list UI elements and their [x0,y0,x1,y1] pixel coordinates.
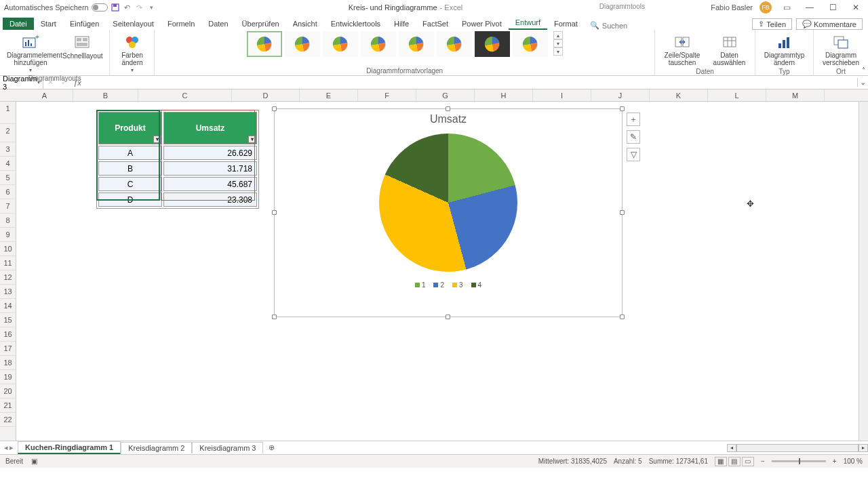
column-header[interactable]: C [138,89,232,101]
row-header[interactable]: 6 [0,185,16,199]
table-row[interactable]: A26.629 [98,146,257,160]
tab-überprüfen[interactable]: Überprüfen [235,18,286,30]
resize-handle[interactable] [620,314,625,319]
row-header[interactable]: 12 [0,270,16,285]
column-header[interactable]: H [475,89,533,101]
resize-handle[interactable] [272,106,277,111]
change-colors-button[interactable]: Farben ändern ▾ [114,31,150,75]
move-chart-button[interactable]: Diagramm verschieben [818,31,864,68]
table-row[interactable]: D23.308 [98,192,257,207]
column-header[interactable]: M [766,89,825,101]
column-header[interactable]: I [533,89,591,101]
pie-chart[interactable] [379,134,517,272]
redo-icon[interactable]: ↷ [135,3,144,12]
column-header[interactable]: E [300,89,358,101]
tab-file[interactable]: Datei [3,18,34,30]
filter-icon[interactable]: ▾ [248,136,256,143]
autosave-toggle[interactable] [92,3,108,12]
row-header[interactable]: 13 [0,285,16,299]
minimize-icon[interactable]: — [802,1,818,14]
column-header[interactable]: D [232,89,300,101]
row-header[interactable]: 5 [0,171,16,185]
tab-entwicklertools[interactable]: Entwicklertools [324,18,387,30]
switch-row-column-button[interactable]: Zeile/Spalte tauschen [659,31,705,68]
expand-formula-bar-icon[interactable]: ⌄ [857,78,868,87]
filter-icon[interactable]: ▾ [153,136,161,143]
tell-me-search[interactable]: 🔍 Suchen [590,21,627,30]
chart-style-thumb[interactable] [323,31,358,57]
maximize-icon[interactable]: ☐ [825,1,841,14]
tab-formeln[interactable]: Formeln [161,18,201,30]
avatar[interactable]: FB [760,1,772,14]
zoom-out-icon[interactable]: − [761,458,765,465]
sheet-tab[interactable]: Kreisdiagramm 2 [121,442,192,453]
row-header[interactable]: 19 [0,370,16,384]
sheet-tab-active[interactable]: Kuchen-Ringdiagramm 1 [18,441,121,454]
column-header[interactable]: F [358,89,416,101]
chart-style-thumb[interactable] [475,31,510,57]
legend-item[interactable]: 1 [415,281,426,289]
row-header[interactable]: 15 [0,313,16,327]
legend-item[interactable]: 4 [471,281,482,289]
pie-plot-area[interactable] [379,134,517,272]
zoom-slider[interactable] [772,460,826,462]
resize-handle[interactable] [446,106,450,111]
view-page-break-icon[interactable]: ▭ [742,457,754,466]
chart-style-thumb[interactable] [437,31,472,57]
collapse-ribbon-icon[interactable]: ˄ [862,66,865,74]
tab-start[interactable]: Start [34,18,63,30]
gallery-scroll-btn[interactable]: ▾ [553,47,563,56]
view-normal-icon[interactable]: ▦ [715,457,727,466]
row-header[interactable]: 21 [0,399,16,413]
row-header[interactable]: 18 [0,356,16,370]
record-macro-icon[interactable]: ▣ [31,458,37,465]
chart-style-thumb[interactable] [513,31,548,57]
gallery-scroll-btn[interactable]: ▴ [553,31,563,39]
tab-power pivot[interactable]: Power Pivot [455,18,509,30]
resize-handle[interactable] [446,314,450,319]
row-header[interactable]: 2 [0,124,16,142]
resize-handle[interactable] [272,210,277,215]
sheet-nav-next-icon[interactable]: ▸ [9,443,14,452]
chart-title[interactable]: Umsatz [275,109,622,125]
add-chart-element-button[interactable]: + Diagrammelement hinzufügen ▾ [4,31,57,75]
tab-daten[interactable]: Daten [201,18,235,30]
comments-button[interactable]: 💬Kommentare [796,18,863,30]
tab-einfügen[interactable]: Einfügen [63,18,106,30]
column-header[interactable]: J [591,89,650,101]
chart-legend[interactable]: 1234 [275,281,622,289]
share-button[interactable]: ⇪Teilen [752,18,792,30]
resize-handle[interactable] [620,106,625,111]
gallery-scroll-btn[interactable]: ▾ [553,39,563,47]
column-header[interactable]: B [73,89,138,101]
row-header[interactable]: 20 [0,384,16,399]
row-header[interactable]: 11 [0,256,16,270]
chart-object[interactable]: Umsatz 1234 [274,108,623,317]
zoom-in-icon[interactable]: + [833,458,837,465]
table-row[interactable]: C45.687 [98,177,257,191]
column-header[interactable]: A [16,89,73,101]
column-header[interactable]: K [650,89,708,101]
ribbon-display-options-icon[interactable]: ▭ [778,1,795,14]
sheet-tab[interactable]: Kreisdiagramm 3 [192,442,263,453]
chart-filters-button[interactable]: ▽ [627,148,640,161]
header-value[interactable]: Umsatz▾ [163,112,257,144]
row-header[interactable]: 4 [0,157,16,171]
zoom-level[interactable]: 100 % [844,458,863,465]
tab-format[interactable]: Format [547,18,585,30]
change-chart-type-button[interactable]: Diagrammtyp ändern [760,31,809,68]
legend-item[interactable]: 2 [433,281,444,289]
row-header[interactable]: 8 [0,214,16,228]
chart-style-thumb[interactable] [399,31,434,57]
row-header[interactable]: 7 [0,199,16,214]
tab-hilfe[interactable]: Hilfe [387,18,416,30]
row-header[interactable]: 10 [0,242,16,256]
close-icon[interactable]: ✕ [848,1,864,14]
row-header[interactable]: 22 [0,413,16,427]
select-data-button[interactable]: Daten auswählen [708,31,751,68]
vertical-scrollbar[interactable] [859,102,868,441]
resize-handle[interactable] [272,314,277,319]
qat-customize-icon[interactable]: ▾ [147,3,157,12]
row-header[interactable]: 16 [0,327,16,342]
row-header[interactable]: 1 [0,102,16,124]
